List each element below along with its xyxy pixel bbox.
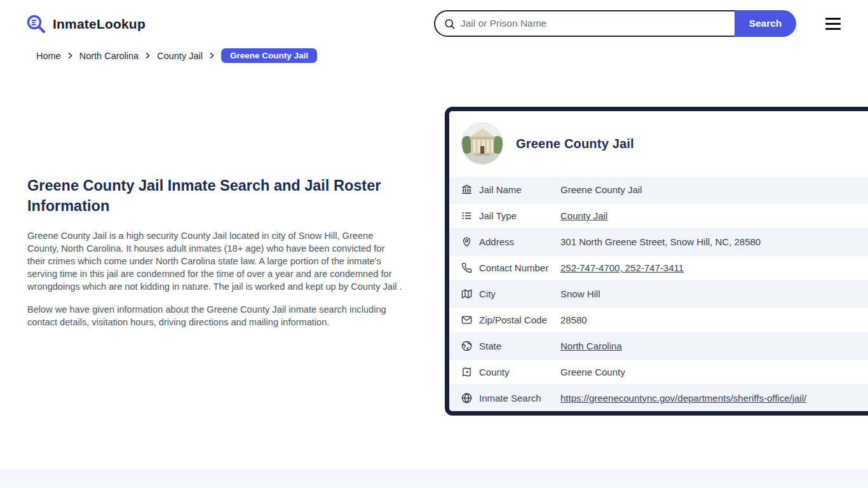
row-label: City	[479, 288, 560, 299]
article-paragraph: Greene County Jail is a high security Co…	[27, 229, 403, 293]
phone-icon	[461, 262, 473, 274]
brand-logo[interactable]: InmateLookup	[25, 13, 146, 35]
row-label: Contact Number	[479, 262, 560, 273]
row-value: 301 North Greene Street, Snow Hill, NC, …	[560, 236, 761, 247]
table-row-inmate-search: Inmate Search https://greenecountync.gov…	[449, 385, 868, 411]
table-row-state: State North Carolina	[449, 333, 868, 359]
chevron-right-icon	[67, 52, 74, 59]
row-label: Jail Name	[479, 184, 560, 195]
table-row-contact-number: Contact Number 252-747-4700, 252-747-341…	[449, 255, 868, 281]
list-icon	[461, 210, 473, 222]
brand-name: InmateLookup	[53, 17, 146, 32]
row-label: State	[479, 341, 560, 351]
row-value: Greene County Jail	[560, 184, 642, 195]
search-input-wrap	[434, 10, 736, 37]
jail-type-link[interactable]: County Jail	[560, 210, 607, 221]
breadcrumb-state[interactable]: North Carolina	[79, 51, 139, 61]
jail-card-title: Greene County Jail	[516, 137, 634, 151]
globe-icon	[461, 393, 473, 404]
state-link[interactable]: North Carolina	[560, 341, 622, 351]
bank-icon	[461, 184, 473, 196]
row-label: Zip/Postal Code	[479, 315, 560, 325]
row-value: Snow Hill	[560, 288, 600, 299]
map-icon	[461, 288, 473, 300]
jail-info-card: Greene County Jail Jail Name Greene Coun…	[445, 107, 868, 416]
table-row-city: City Snow Hill	[449, 281, 868, 307]
row-label: Address	[479, 236, 560, 247]
search-input[interactable]	[456, 18, 735, 29]
menu-hamburger-icon[interactable]	[825, 18, 841, 30]
breadcrumb: Home North Carolina County Jail Greene C…	[36, 48, 317, 63]
table-row-address: Address 301 North Greene Street, Snow Hi…	[449, 229, 868, 255]
map-pin-icon	[461, 236, 473, 248]
table-row-county: County Greene County	[449, 359, 868, 385]
table-row-jail-name: Jail Name Greene County Jail	[449, 177, 868, 203]
jail-card-header: Greene County Jail	[449, 111, 868, 177]
jail-search-bar: Search	[434, 10, 796, 37]
breadcrumb-current-badge[interactable]: Greene County Jail	[221, 48, 317, 63]
table-row-zip: Zip/Postal Code 28580	[449, 307, 868, 333]
inmate-search-link[interactable]: https://greenecountync.gov/departments/s…	[560, 393, 806, 403]
article-paragraph: Below we have given information about th…	[27, 303, 403, 329]
magnifier-logo-icon	[25, 13, 47, 35]
article: Greene County Jail Inmate Search and Jai…	[27, 175, 403, 339]
jail-photo	[461, 123, 503, 165]
breadcrumb-jail-type[interactable]: County Jail	[157, 51, 203, 61]
chevron-right-icon	[208, 52, 215, 59]
breadcrumb-home[interactable]: Home	[36, 51, 61, 61]
footer-strip	[0, 469, 868, 488]
row-label: Inmate Search	[479, 393, 560, 403]
contact-number-link[interactable]: 252-747-4700, 252-747-3411	[560, 262, 684, 273]
globe-americas-icon	[461, 341, 473, 352]
row-label: Jail Type	[479, 210, 560, 221]
jail-detail-table: Jail Name Greene County Jail Jail Type C…	[449, 177, 868, 411]
row-label: County	[479, 367, 560, 377]
search-icon	[444, 18, 456, 30]
chevron-right-icon	[144, 52, 151, 59]
row-value: Greene County	[560, 367, 625, 377]
row-value: 28580	[560, 315, 587, 325]
county-map-icon	[461, 367, 473, 378]
envelope-icon	[461, 315, 473, 326]
search-button[interactable]: Search	[735, 10, 796, 37]
page-title: Greene County Jail Inmate Search and Jai…	[27, 175, 393, 216]
table-row-jail-type: Jail Type County Jail	[449, 203, 868, 229]
